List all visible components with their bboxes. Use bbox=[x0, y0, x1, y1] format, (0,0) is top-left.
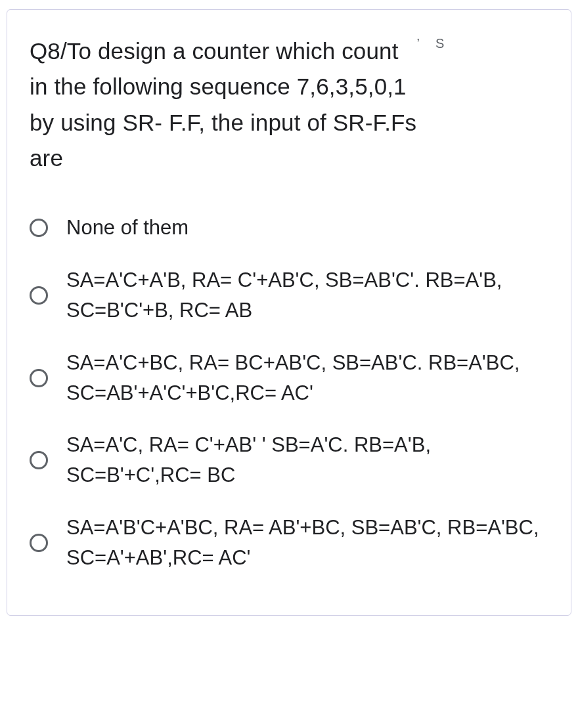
option-text: None of them bbox=[66, 213, 189, 243]
question-meta: ’ S bbox=[416, 33, 448, 54]
answer-list: None of them SA=A'C+A'B, RA= C'+AB'C, SB… bbox=[30, 213, 548, 573]
question-line-1a: Q8/To design a counter which count bbox=[30, 38, 399, 64]
question-line-3: by using SR- F.F, the input of SR-F.Fs bbox=[30, 110, 416, 135]
question-line-2: in the following sequence 7,6,3,5,0,1 bbox=[30, 74, 407, 99]
option-3[interactable]: SA=A'C+BC, RA= BC+AB'C, SB=AB'C. RB=A'BC… bbox=[30, 348, 548, 408]
question-text: Q8/To design a counter which count ’ S i… bbox=[30, 33, 548, 176]
option-text: SA=A'C+A'B, RA= C'+AB'C, SB=AB'C'. RB=A'… bbox=[66, 265, 548, 326]
question-card: Q8/To design a counter which count ’ S i… bbox=[7, 9, 571, 616]
question-line-4: are bbox=[30, 145, 63, 171]
option-text: SA=A'C+BC, RA= BC+AB'C, SB=AB'C. RB=A'BC… bbox=[66, 348, 548, 408]
option-4[interactable]: SA=A'C, RA= C'+AB' ' SB=A'C. RB=A'B, SC=… bbox=[30, 430, 548, 490]
radio-icon[interactable] bbox=[30, 286, 48, 305]
option-1[interactable]: None of them bbox=[30, 213, 548, 243]
option-text: SA=A'B'C+A'BC, RA= AB'+BC, SB=AB'C, RB=A… bbox=[66, 513, 548, 573]
option-2[interactable]: SA=A'C+A'B, RA= C'+AB'C, SB=AB'C'. RB=A'… bbox=[30, 265, 548, 326]
question-meta-1: ’ bbox=[416, 33, 423, 54]
radio-icon[interactable] bbox=[30, 369, 48, 387]
option-5[interactable]: SA=A'B'C+A'BC, RA= AB'+BC, SB=AB'C, RB=A… bbox=[30, 513, 548, 573]
radio-icon[interactable] bbox=[30, 451, 48, 469]
radio-icon[interactable] bbox=[30, 219, 48, 237]
question-meta-2: S bbox=[435, 33, 448, 54]
option-text: SA=A'C, RA= C'+AB' ' SB=A'C. RB=A'B, SC=… bbox=[66, 430, 548, 490]
radio-icon[interactable] bbox=[30, 534, 48, 552]
